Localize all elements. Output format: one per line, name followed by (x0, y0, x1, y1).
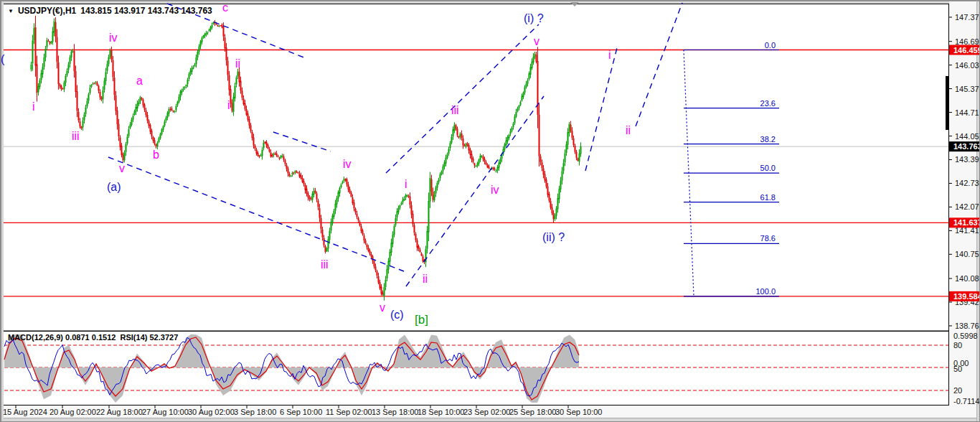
indicator-axis-label: 0.5998 (953, 332, 978, 340)
fib-level-label: 23.6 (760, 99, 776, 108)
symbol-label: USDJPY(€),H1 (18, 6, 76, 16)
wave-label-i[interactable]: i (405, 178, 407, 190)
time-axis[interactable]: 15 Aug 202420 Aug 02:0022 Aug 18:0027 Au… (3, 405, 602, 416)
wave-label-b[interactable]: b (153, 149, 159, 161)
price-tick-label: 145.376 (955, 85, 980, 93)
chart-window: 0.023.638.250.061.878.6100.0civaiiiibvii… (0, 0, 980, 422)
wave-label-v[interactable]: v (380, 301, 385, 314)
time-tick-label: 30 Aug 02:00 (188, 408, 235, 416)
time-tick-label: 18 Sep 10:00 (418, 408, 464, 416)
price-badge-label: 143.763 (953, 142, 980, 151)
wave-label-v[interactable]: v (534, 35, 540, 47)
time-tick-label: 13 Sep 18:00 (372, 408, 418, 416)
fib-level-label: 78.6 (760, 234, 776, 243)
wave-label-(ii)?[interactable]: (ii) ? (542, 231, 565, 243)
price-tick-label: 140.756 (955, 250, 980, 258)
time-tick-label: 20 Aug 02:00 (50, 408, 96, 416)
price-tick-label: 142.736 (955, 179, 980, 187)
wave-label-i[interactable]: i (227, 99, 230, 111)
fib-level-label: 100.0 (755, 287, 776, 296)
ohlc-values: 143.815 143.917 143.743 143.763 (80, 6, 212, 16)
indicator-axis-label: -0.7114 (953, 397, 980, 405)
object-dropdown-icon[interactable]: ▼ (8, 8, 14, 14)
time-tick-label: 3 Sep 18:00 (234, 408, 276, 416)
time-tick-label: 15 Aug 2024 (3, 408, 47, 416)
price-tick-label: 147.371 (955, 13, 980, 22)
wave-label-a[interactable]: a (136, 75, 143, 87)
price-tick-label: 144.716 (955, 108, 980, 117)
time-tick-label: 27 Aug 10:00 (142, 408, 189, 416)
fib-level-label: 50.0 (760, 164, 776, 172)
wave-label-i[interactable]: i (608, 49, 611, 61)
time-tick-label: 6 Sep 10:00 (280, 408, 322, 416)
wave-label-([interactable]: ( (1, 53, 5, 65)
wave-label-(i)?[interactable]: (i) ? (524, 12, 544, 24)
price-tick-label: 146.696 (955, 37, 980, 46)
indicator-axis-label: 50 (953, 365, 962, 373)
chart-title: ▼ USDJPY(€),H1 143.815 143.917 143.743 1… (8, 6, 212, 16)
wave-label-(c)[interactable]: (c) (390, 309, 404, 321)
wave-label-iii[interactable]: iii (451, 104, 459, 116)
wave-label-(a)[interactable]: (a) (107, 181, 121, 193)
wave-label-iii[interactable]: iii (72, 130, 80, 142)
fib-level-label: 0.0 (765, 41, 776, 50)
price-tick-label: 144.056 (955, 132, 980, 141)
indicator-label: MACD(12,26,9) 0.0871 0.1512 RSI(14) 52.3… (8, 333, 178, 342)
fib-level-label: 61.8 (760, 193, 776, 202)
wave-label-ii[interactable]: ii (235, 57, 240, 70)
wave-label-ii[interactable]: ii (626, 124, 631, 136)
price-tick-label: 142.076 (955, 202, 980, 211)
fib-level-label: 38.2 (760, 135, 776, 144)
wave-label-ii[interactable]: ii (423, 273, 428, 285)
wave-label-c[interactable]: c (222, 1, 228, 14)
price-tick-label: 143.396 (955, 155, 980, 164)
time-tick-label: 25 Sep 18:00 (509, 408, 556, 416)
time-tick-label: 23 Sep 02:00 (463, 408, 510, 416)
price-badge-label: 139.584 (953, 292, 980, 301)
axis-black-bar (946, 76, 949, 130)
wave-label-iv[interactable]: iv (491, 184, 499, 196)
wave-label-i[interactable]: i (32, 100, 35, 113)
chart-canvas[interactable]: 0.023.638.250.061.878.6100.0civaiiiibvii… (1, 1, 980, 422)
indicator-axis-label: 20 (953, 386, 962, 395)
time-tick-label: 22 Aug 18:00 (96, 408, 143, 416)
price-tick-label: 140.081 (955, 274, 980, 283)
price-badge-label: 141.637 (953, 218, 980, 227)
price-badge-label: 146.459 (953, 46, 980, 55)
wave-label-iv[interactable]: iv (343, 158, 352, 170)
wave-label-iii[interactable]: iii (321, 258, 329, 271)
price-tick-label: 138.761 (955, 322, 980, 330)
wave-label-iv[interactable]: iv (109, 32, 118, 44)
wave-label-[b][interactable]: [b] (415, 313, 428, 327)
time-tick-label: 30 Sep 10:00 (555, 408, 602, 416)
time-tick-label: 11 Sep 02:00 (326, 408, 372, 416)
wave-label-v[interactable]: v (119, 162, 125, 174)
indicator-axis-label: 80 (953, 341, 962, 350)
price-tick-label: 146.036 (955, 61, 980, 70)
